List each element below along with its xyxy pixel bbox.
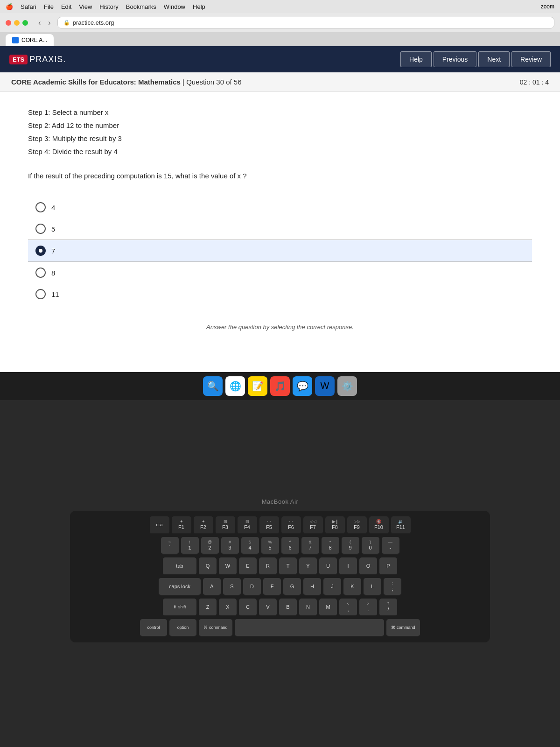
key-command-right[interactable]: ⌘ command [386, 619, 420, 637]
key-v[interactable]: V [259, 599, 277, 616]
dock-zoom[interactable]: 💬 [293, 376, 312, 396]
key-9[interactable]: (9 [342, 537, 359, 555]
key-slash[interactable]: ?/ [379, 599, 397, 616]
menu-bookmarks[interactable]: Bookmarks [126, 3, 156, 10]
key-comma[interactable]: <, [339, 599, 357, 616]
key-f5[interactable]: ⋯F5 [259, 516, 279, 534]
key-p[interactable]: P [379, 557, 397, 575]
key-7[interactable]: &7 [301, 537, 319, 555]
mac-menubar: 🍎 Safari File Edit View History Bookmark… [0, 0, 560, 13]
key-i[interactable]: I [339, 557, 357, 575]
key-y[interactable]: Y [299, 557, 317, 575]
key-n[interactable]: N [299, 599, 317, 616]
apple-menu[interactable]: 🍎 [6, 3, 13, 10]
key-h[interactable]: H [303, 578, 321, 596]
key-f11[interactable]: 🔉F11 [391, 516, 411, 534]
key-space[interactable] [235, 619, 384, 637]
key-6[interactable]: ^6 [281, 537, 299, 555]
key-8[interactable]: *8 [322, 537, 339, 555]
radio-7 [35, 246, 46, 256]
key-control[interactable]: control [140, 619, 167, 637]
key-f[interactable]: F [263, 578, 281, 596]
key-u[interactable]: U [319, 557, 337, 575]
separator: | [182, 78, 186, 86]
dock-notes[interactable]: 📝 [248, 376, 267, 396]
key-minus[interactable]: —- [382, 537, 399, 555]
key-w[interactable]: W [219, 557, 237, 575]
key-m[interactable]: M [319, 599, 337, 616]
back-button[interactable]: ‹ [35, 18, 43, 28]
key-t[interactable]: T [279, 557, 297, 575]
key-k[interactable]: K [343, 578, 361, 596]
menu-file[interactable]: File [44, 3, 54, 10]
key-l[interactable]: L [364, 578, 381, 596]
key-3[interactable]: #3 [221, 537, 239, 555]
key-shift-left[interactable]: ⬆ shift [163, 599, 196, 616]
key-5[interactable]: %5 [261, 537, 279, 555]
option-4[interactable]: 4 [28, 197, 532, 218]
key-r[interactable]: R [259, 557, 277, 575]
review-button[interactable]: Review [511, 51, 551, 67]
ets-header: ETS PRAXIS. Help Previous Next Review [0, 46, 560, 72]
key-f8[interactable]: ▶‖F8 [325, 516, 345, 534]
address-bar[interactable]: 🔒 practice.ets.org [57, 17, 554, 28]
forward-button[interactable]: › [45, 18, 53, 28]
key-e[interactable]: E [239, 557, 257, 575]
key-1[interactable]: !1 [181, 537, 199, 555]
dock-chrome[interactable]: 🌐 [225, 376, 245, 396]
option-5[interactable]: 5 [28, 218, 532, 240]
close-button[interactable] [6, 20, 11, 26]
menu-history[interactable]: History [99, 3, 118, 10]
key-a[interactable]: A [203, 578, 221, 596]
key-f3[interactable]: ⊞F3 [216, 516, 235, 534]
previous-button[interactable]: Previous [434, 51, 476, 67]
dock-settings[interactable]: ⚙️ [337, 376, 357, 396]
menu-view[interactable]: View [79, 3, 92, 10]
key-c[interactable]: C [239, 599, 257, 616]
browser-tab[interactable]: CORE A... [6, 34, 54, 46]
key-f9[interactable]: ▷▷F9 [347, 516, 367, 534]
next-button[interactable]: Next [478, 51, 510, 67]
key-f10[interactable]: 🔇F10 [369, 516, 389, 534]
key-z[interactable]: Z [199, 599, 217, 616]
key-f7[interactable]: ◁◁F7 [303, 516, 323, 534]
menu-help[interactable]: Help [193, 3, 205, 10]
key-g[interactable]: G [283, 578, 301, 596]
key-d[interactable]: D [243, 578, 261, 596]
key-2[interactable]: @2 [201, 537, 219, 555]
key-tab[interactable]: tab [163, 557, 196, 575]
minimize-button[interactable] [14, 20, 20, 26]
key-s[interactable]: S [223, 578, 241, 596]
key-command-left[interactable]: ⌘ command [199, 619, 232, 637]
url-display: practice.ets.org [73, 19, 114, 26]
key-o[interactable]: O [359, 557, 377, 575]
option-8[interactable]: 8 [28, 262, 532, 283]
answer-footer: Answer the question by selecting the cor… [28, 324, 532, 331]
key-f1[interactable]: ✦F1 [172, 516, 191, 534]
key-semicolon[interactable]: :; [384, 578, 401, 596]
key-j[interactable]: J [323, 578, 341, 596]
key-b[interactable]: B [279, 599, 297, 616]
key-esc[interactable]: esc [150, 516, 169, 534]
key-f2[interactable]: ✦F2 [194, 516, 213, 534]
dock-finder[interactable]: 🔍 [203, 376, 223, 396]
key-4[interactable]: $4 [241, 537, 259, 555]
option-11[interactable]: 11 [28, 283, 532, 305]
option-7[interactable]: 7 [28, 240, 532, 262]
key-x[interactable]: X [219, 599, 237, 616]
key-period[interactable]: >. [359, 599, 377, 616]
key-option[interactable]: option [169, 619, 196, 637]
key-0[interactable]: )0 [362, 537, 379, 555]
key-capslock[interactable]: caps lock [159, 578, 201, 596]
key-f4[interactable]: ⊟F4 [238, 516, 257, 534]
menu-window[interactable]: Window [164, 3, 185, 10]
key-q[interactable]: Q [199, 557, 217, 575]
menu-safari[interactable]: Safari [21, 3, 36, 10]
menu-edit[interactable]: Edit [61, 3, 71, 10]
dock-word[interactable]: W [315, 376, 335, 396]
dock-music[interactable]: 🎵 [270, 376, 290, 396]
key-f6[interactable]: ⋯F6 [281, 516, 301, 534]
help-button[interactable]: Help [400, 51, 432, 67]
fullscreen-button[interactable] [22, 20, 28, 26]
key-tilde[interactable]: ~` [161, 537, 179, 555]
